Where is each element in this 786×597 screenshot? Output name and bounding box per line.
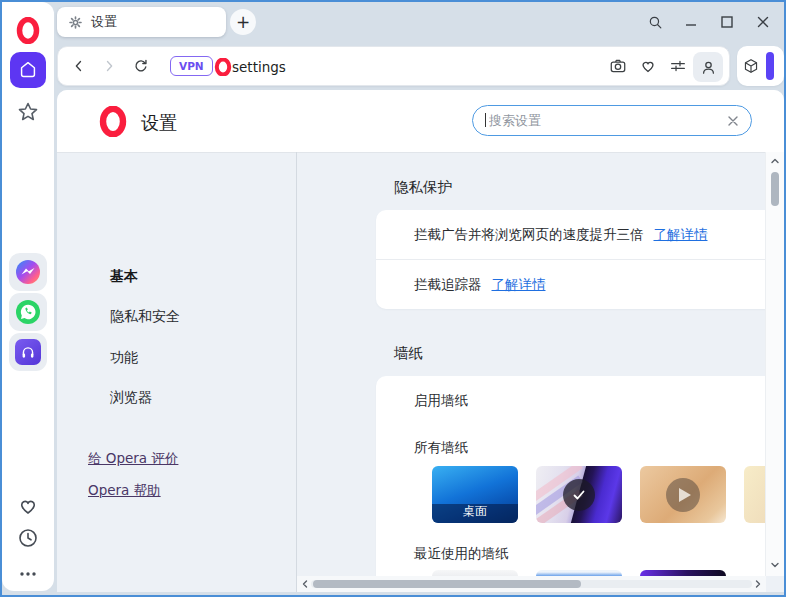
snapshot-button[interactable] <box>609 57 628 76</box>
chevron-left-icon <box>300 579 310 589</box>
setting-row-adblock[interactable]: 拦截广告并将浏览网页的速度提升三倍 了解详情 <box>376 210 766 259</box>
settings-header: 设置 <box>57 90 784 153</box>
play-badge <box>666 478 700 512</box>
url-text[interactable]: settings <box>232 59 286 75</box>
wallpaper-card: 启用墙纸 所有墙纸 桌面 <box>376 376 766 576</box>
search-tabs-button[interactable] <box>645 12 665 32</box>
vertical-scroll-thumb[interactable] <box>771 172 779 206</box>
whatsapp-button[interactable] <box>9 293 47 331</box>
sidebar-scroll-pill[interactable] <box>766 52 774 80</box>
wallpaper-thumb-cream[interactable] <box>744 466 766 523</box>
whatsapp-icon <box>15 299 41 325</box>
rate-opera-link[interactable]: 给 Opera 评价 <box>88 450 178 468</box>
player-button[interactable] <box>9 333 47 371</box>
minimize-button[interactable] <box>681 12 701 32</box>
close-button[interactable] <box>753 12 773 32</box>
favorites-button[interactable] <box>16 494 40 518</box>
horizontal-scrollbar[interactable] <box>297 576 766 592</box>
plus-icon: + <box>236 12 250 32</box>
easy-setup-button[interactable] <box>669 57 688 76</box>
horizontal-scroll-thumb[interactable] <box>313 580 581 588</box>
home-icon <box>17 59 39 81</box>
bookmarks-button[interactable] <box>16 100 40 124</box>
new-tab-button[interactable]: + <box>230 9 256 35</box>
gear-icon <box>68 15 83 30</box>
chevron-right-icon <box>100 57 118 75</box>
clear-search-button[interactable] <box>725 113 741 133</box>
browser-window: 设置 + <box>0 0 786 597</box>
cube-icon <box>742 57 761 76</box>
wallpaper-thumb-video[interactable] <box>640 466 726 523</box>
learn-more-link[interactable]: 了解详情 <box>492 276 546 294</box>
nav-item-basic[interactable]: 基本 <box>110 268 138 286</box>
vpn-badge[interactable]: VPN <box>170 56 213 76</box>
reload-button[interactable] <box>132 57 150 75</box>
nav-item-features[interactable]: 功能 <box>110 349 138 367</box>
opera-help-link[interactable]: Opera 帮助 <box>88 482 161 500</box>
setting-row-tracker[interactable]: 拦截追踪器 了解详情 <box>376 259 766 309</box>
scroll-left-button[interactable] <box>299 577 311 591</box>
enable-wallpaper-label: 启用墙纸 <box>414 392 468 410</box>
recent-wallpapers-label: 最近使用的墙纸 <box>414 545 509 563</box>
profile-button[interactable] <box>693 52 723 82</box>
ellipsis-icon <box>16 562 40 586</box>
row-text: 拦截追踪器 <box>414 276 482 294</box>
opera-logo-icon <box>98 106 128 141</box>
settings-content: 隐私保护 拦截广告并将浏览网页的速度提升三倍 了解详情 拦截追踪器 了解详情 墙… <box>297 152 766 576</box>
play-icon <box>679 488 691 502</box>
address-bar[interactable]: VPN settings <box>57 46 730 86</box>
heart-icon <box>639 57 658 76</box>
check-icon <box>571 487 587 503</box>
messenger-button[interactable] <box>9 253 47 291</box>
bookmark-page-button[interactable] <box>639 57 658 76</box>
tab-label: 设置 <box>91 13 117 31</box>
maximize-button[interactable] <box>717 12 737 32</box>
maximize-icon <box>719 14 735 30</box>
all-wallpapers-label: 所有墙纸 <box>414 439 468 457</box>
wallpaper-thumb-desktop[interactable]: 桌面 <box>432 466 518 523</box>
vpn-badge-label: VPN <box>179 60 204 72</box>
wallpaper-thumb-abstract-selected[interactable] <box>536 466 622 523</box>
selected-check-badge <box>563 479 595 511</box>
start-page-button[interactable] <box>10 52 46 88</box>
site-opera-icon <box>214 58 232 80</box>
scroll-up-button[interactable] <box>768 154 782 168</box>
clock-icon <box>16 526 40 550</box>
tab-settings[interactable]: 设置 <box>57 7 226 37</box>
sidebar-setup-panel <box>737 46 784 86</box>
chevron-up-icon <box>770 156 780 166</box>
scroll-down-button[interactable] <box>768 558 782 572</box>
extensions-cube-button[interactable] <box>742 57 761 76</box>
text-caret <box>485 113 486 127</box>
search-icon <box>647 14 664 31</box>
opera-logo-icon <box>15 17 41 44</box>
nav-item-privacy-security[interactable]: 隐私和安全 <box>110 308 180 326</box>
search-input[interactable] <box>487 108 717 133</box>
settings-nav: 基本 隐私和安全 功能 浏览器 给 Opera 评价 Opera 帮助 <box>57 152 297 592</box>
page-title: 设置 <box>141 111 177 135</box>
sidebar-rail <box>2 2 54 591</box>
rail-more-button[interactable] <box>16 562 40 586</box>
section-title-wallpaper: 墙纸 <box>394 344 423 363</box>
star-icon <box>16 100 40 124</box>
scroll-right-button[interactable] <box>752 577 764 591</box>
learn-more-link[interactable]: 了解详情 <box>654 226 708 244</box>
reload-icon <box>132 57 150 75</box>
headphones-icon <box>18 342 38 362</box>
opera-menu-button[interactable] <box>15 17 41 44</box>
close-icon <box>725 113 741 129</box>
chevron-down-icon <box>770 560 780 570</box>
messenger-icon <box>15 259 41 285</box>
history-button[interactable] <box>16 526 40 550</box>
vertical-scrollbar[interactable] <box>765 152 784 576</box>
wallpaper-list: 桌面 <box>432 466 766 523</box>
minimize-icon <box>683 14 699 30</box>
settings-search[interactable] <box>472 105 752 136</box>
forward-button[interactable] <box>100 57 118 75</box>
nav-item-browser[interactable]: 浏览器 <box>110 389 152 407</box>
chevron-left-icon <box>70 57 88 75</box>
section-title-privacy: 隐私保护 <box>394 178 452 197</box>
back-button[interactable] <box>70 57 88 75</box>
settings-page: 设置 基本 隐私和安全 功能 浏览器 给 Opera 评价 Opera 帮助 隐 <box>57 90 784 592</box>
chevron-right-icon <box>753 579 763 589</box>
